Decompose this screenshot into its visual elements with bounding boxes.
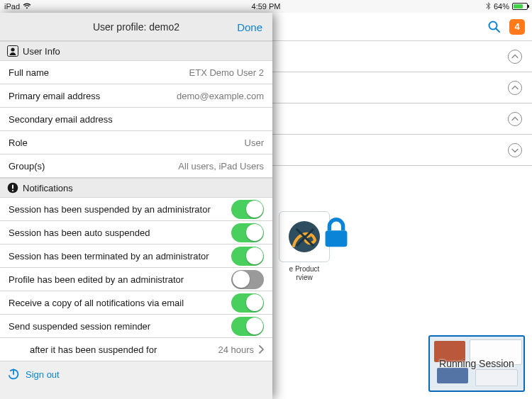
chevron-up-icon (508, 50, 522, 64)
groups-value: All users, iPad Users (178, 161, 264, 172)
svg-point-8 (12, 190, 13, 191)
wifi-icon (23, 2, 31, 11)
full-name-value: ETX Demo User 2 (189, 67, 264, 78)
secondary-email-row: Secondary email address (0, 108, 272, 131)
user-profile-panel: User profile: demo2 Done User Info Full … (0, 13, 272, 399)
reminder-after-value: 24 hours (218, 344, 254, 355)
product-label: e Product rview (274, 265, 335, 282)
user-info-section-header: User Info (0, 41, 272, 61)
lock-icon (317, 214, 327, 224)
notification-toggle[interactable] (231, 293, 264, 313)
notification-toggle[interactable] (231, 270, 264, 289)
notification-badge[interactable]: 4 (509, 19, 525, 35)
secondary-email-label: Secondary email address (9, 114, 264, 125)
chevron-right-icon (258, 345, 264, 354)
sign-out-label: Sign out (26, 369, 60, 380)
full-name-label: Full name (9, 67, 189, 78)
reminder-after-row[interactable]: after it has been suspended for 24 hours (0, 338, 272, 361)
notification-toggle[interactable] (231, 247, 264, 266)
notification-label: Profile has been edited by an administra… (9, 274, 231, 285)
notification-row-0: Session has been suspended by an adminis… (0, 198, 272, 221)
notification-row-4: Receive a copy of all notifications via … (0, 291, 272, 315)
groups-row: Group(s) All users, iPad Users (0, 154, 272, 178)
groups-label: Group(s) (9, 161, 178, 172)
clock: 4:59 PM (252, 2, 281, 11)
primary-email-label: Primary email address (9, 91, 177, 101)
status-bar: iPad 4:59 PM 64% (0, 0, 532, 13)
sign-out-button[interactable]: Sign out (0, 361, 272, 387)
notification-toggle[interactable] (231, 200, 264, 219)
chevron-up-icon (508, 112, 522, 126)
role-label: Role (9, 137, 245, 148)
notification-row-2: Session has been terminated by an admini… (0, 245, 272, 268)
notification-label: Session has been terminated by an admini… (9, 251, 231, 262)
notification-row-3: Profile has been edited by an administra… (0, 268, 272, 291)
full-name-row: Full name ETX Demo User 2 (0, 61, 272, 84)
notification-row-1: Session has been auto suspended (0, 221, 272, 245)
primary-email-value: demo@example.com (177, 91, 264, 101)
notification-toggle[interactable] (231, 223, 264, 242)
alert-icon (7, 182, 18, 193)
panel-title: User profile: demo2 (93, 21, 179, 33)
product-tile[interactable]: e Product rview (274, 211, 335, 282)
running-session-thumbnail[interactable]: Running Session (428, 335, 525, 392)
svg-rect-7 (12, 185, 13, 189)
primary-email-row: Primary email address demo@example.com (0, 84, 272, 108)
role-value: User (245, 137, 264, 148)
chevron-down-icon (508, 143, 522, 157)
battery-icon (512, 3, 528, 10)
notification-toggle[interactable] (231, 317, 264, 336)
svg-rect-2 (326, 230, 348, 247)
bluetooth-icon (486, 2, 491, 11)
notification-label: Send suspended session reminder (9, 321, 231, 332)
user-icon (7, 45, 18, 57)
notification-row-5: Send suspended session reminder (0, 315, 272, 338)
svg-point-5 (11, 47, 14, 51)
chevron-up-icon (508, 81, 522, 95)
notifications-section-header: Notifications (0, 178, 272, 198)
search-icon[interactable] (487, 19, 502, 35)
battery-percent: 64% (494, 2, 509, 11)
panel-header: User profile: demo2 Done (0, 13, 272, 41)
done-button[interactable]: Done (237, 21, 262, 33)
running-session-label: Running Session (430, 358, 523, 369)
power-icon (7, 368, 20, 381)
role-row: Role User (0, 131, 272, 154)
device-label: iPad (4, 2, 20, 11)
notification-label: Session has been suspended by an adminis… (9, 204, 231, 215)
reminder-after-label: after it has been suspended for (9, 344, 218, 355)
notification-label: Session has been auto suspended (9, 227, 231, 238)
svg-line-1 (497, 28, 500, 32)
notification-label: Receive a copy of all notifications via … (9, 298, 231, 308)
